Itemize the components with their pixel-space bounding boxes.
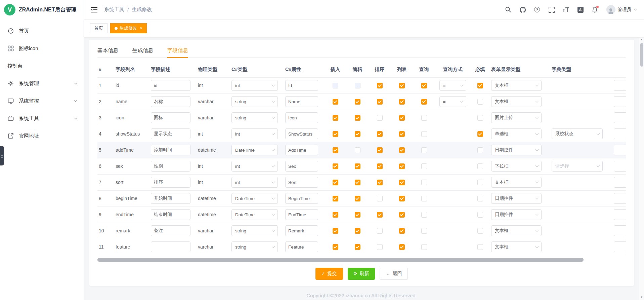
refresh-button[interactable]: ⟳ 刷新	[348, 268, 375, 280]
list-checkbox[interactable]	[399, 212, 405, 218]
display-type-select[interactable]: 下拉框	[491, 161, 542, 172]
query-checkbox[interactable]	[421, 115, 427, 121]
required-checkbox[interactable]	[477, 244, 483, 250]
description-input[interactable]	[151, 209, 190, 220]
csharp-property-input[interactable]	[285, 161, 318, 172]
sidebar-item-system-manage[interactable]: 系统管理	[0, 75, 84, 92]
edit-checkbox[interactable]	[355, 228, 360, 234]
description-input[interactable]	[151, 177, 190, 188]
description-input[interactable]	[151, 161, 190, 172]
list-checkbox[interactable]	[399, 147, 405, 153]
sort-checkbox[interactable]	[377, 147, 383, 153]
csharp-property-input[interactable]	[285, 177, 318, 188]
github-icon[interactable]	[519, 6, 526, 13]
list-checkbox[interactable]	[399, 99, 405, 105]
query-checkbox[interactable]	[421, 196, 427, 201]
query-checkbox[interactable]	[421, 244, 427, 250]
display-type-select[interactable]: 文本框	[491, 80, 542, 91]
query-checkbox[interactable]	[421, 180, 427, 185]
required-checkbox[interactable]	[477, 196, 483, 201]
edit-checkbox[interactable]	[355, 147, 360, 153]
csharp-type-select[interactable]: int	[231, 128, 278, 139]
csharp-type-select[interactable]: string	[231, 112, 278, 123]
csharp-property-input[interactable]	[285, 80, 318, 91]
required-checkbox[interactable]	[477, 115, 483, 121]
overflow-column-input[interactable]	[614, 225, 626, 236]
display-type-select[interactable]: 文本框	[491, 177, 542, 188]
insert-checkbox[interactable]	[333, 147, 338, 153]
required-checkbox[interactable]	[477, 147, 483, 153]
sidebar-item-system-tools[interactable]: 系统工具	[0, 110, 84, 127]
sidebar-item-console[interactable]: 控制台	[0, 57, 84, 75]
sidebar-item-system-monitor[interactable]: 系统监控	[0, 92, 84, 110]
csharp-property-input[interactable]	[285, 225, 318, 236]
insert-checkbox[interactable]	[333, 212, 338, 218]
notification-bell-icon[interactable]	[591, 6, 599, 13]
csharp-type-select[interactable]: int	[231, 177, 278, 188]
edit-checkbox[interactable]	[355, 180, 360, 185]
list-checkbox[interactable]	[399, 180, 405, 185]
overflow-column-input[interactable]	[614, 209, 626, 220]
edit-checkbox[interactable]	[355, 212, 360, 218]
sidebar-item-icons[interactable]: 图标icon	[0, 40, 84, 57]
query-checkbox[interactable]	[421, 131, 427, 137]
user-menu[interactable]: 管理员	[606, 5, 638, 14]
back-button[interactable]: ← 返回	[380, 268, 408, 280]
insert-checkbox[interactable]	[333, 99, 338, 105]
description-input[interactable]	[151, 112, 190, 123]
theme-drawer-handle[interactable]	[0, 146, 4, 165]
overflow-column-input[interactable]	[614, 161, 626, 172]
query-mode-select[interactable]: =	[439, 96, 466, 107]
csharp-property-input[interactable]	[285, 209, 318, 220]
language-icon[interactable]: A	[577, 6, 584, 13]
display-type-select[interactable]: 单选框	[491, 128, 542, 139]
insert-checkbox[interactable]	[333, 196, 338, 201]
required-checkbox[interactable]	[477, 228, 483, 234]
tag-generate-edit[interactable]: 生成修改 ×	[110, 23, 147, 33]
sort-checkbox[interactable]	[377, 180, 383, 185]
csharp-type-select[interactable]: string	[231, 241, 278, 252]
insert-checkbox[interactable]	[333, 228, 338, 234]
list-checkbox[interactable]	[399, 163, 405, 169]
insert-checkbox[interactable]	[333, 244, 338, 250]
csharp-type-select[interactable]: DateTime	[231, 209, 278, 220]
sidebar-item-official-site[interactable]: 官网地址	[0, 127, 84, 145]
query-checkbox[interactable]	[421, 83, 427, 88]
edit-checkbox[interactable]	[355, 99, 360, 105]
sort-checkbox[interactable]	[377, 196, 383, 201]
description-input[interactable]	[151, 96, 190, 107]
scroll-down-icon[interactable]: ▼	[640, 296, 643, 299]
required-checkbox[interactable]	[477, 212, 483, 218]
csharp-property-input[interactable]	[285, 128, 318, 139]
insert-checkbox[interactable]	[333, 163, 338, 169]
tab-generate-info[interactable]: 生成信息	[132, 43, 153, 58]
csharp-type-select[interactable]: DateTime	[231, 193, 278, 204]
tag-home[interactable]: 首页	[90, 23, 108, 33]
description-input[interactable]	[151, 80, 190, 91]
list-checkbox[interactable]	[399, 228, 405, 234]
query-checkbox[interactable]	[421, 99, 427, 105]
query-checkbox[interactable]	[421, 147, 427, 153]
list-checkbox[interactable]	[399, 244, 405, 250]
csharp-type-select[interactable]: int	[231, 161, 278, 172]
display-type-select[interactable]: 文本框	[491, 241, 542, 252]
list-checkbox[interactable]	[399, 115, 405, 121]
insert-checkbox[interactable]	[333, 115, 338, 121]
edit-checkbox[interactable]	[355, 131, 360, 137]
description-input[interactable]	[151, 145, 190, 155]
insert-checkbox[interactable]	[333, 180, 338, 185]
search-icon[interactable]	[505, 6, 512, 13]
breadcrumb-item[interactable]: 系统工具	[104, 6, 124, 13]
description-input[interactable]	[151, 241, 190, 252]
query-checkbox[interactable]	[421, 212, 427, 218]
submit-button[interactable]: ✓ 提交	[315, 268, 343, 280]
overflow-column-input[interactable]	[614, 80, 626, 91]
csharp-type-select[interactable]: int	[231, 80, 278, 91]
description-input[interactable]	[151, 225, 190, 236]
overflow-column-input[interactable]	[614, 193, 626, 204]
display-type-select[interactable]: 日期控件	[491, 145, 542, 155]
horizontal-scrollbar-thumb[interactable]	[97, 258, 584, 262]
sort-checkbox[interactable]	[377, 212, 383, 218]
edit-checkbox[interactable]	[355, 244, 360, 250]
list-checkbox[interactable]	[399, 83, 405, 88]
